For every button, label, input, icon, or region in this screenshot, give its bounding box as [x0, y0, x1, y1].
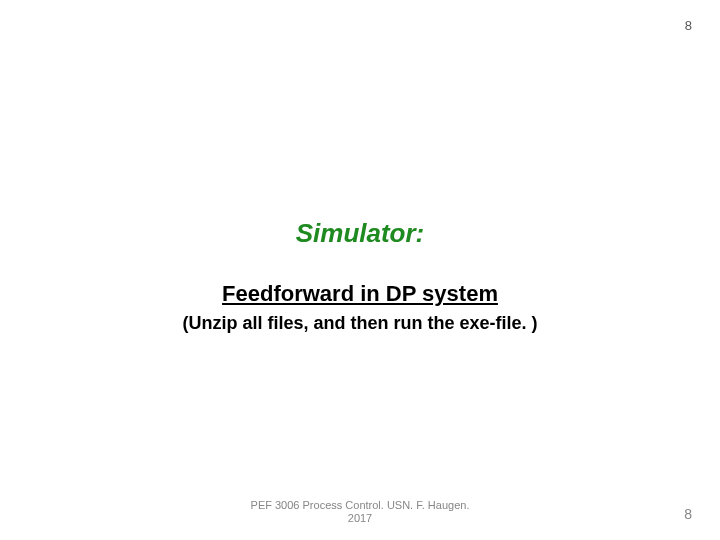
footer-text: PEF 3006 Process Control. USN. F. Haugen…	[251, 499, 470, 527]
simulator-link[interactable]: Feedforward in DP system	[222, 281, 498, 307]
slide-heading: Simulator:	[0, 218, 720, 249]
page-number-bottom: 8	[684, 506, 692, 522]
footer-line-2: 2017	[348, 512, 372, 524]
slide-content: Simulator: Feedforward in DP system (Unz…	[0, 218, 720, 334]
instruction-text: (Unzip all files, and then run the exe-f…	[0, 313, 720, 334]
footer-line-1: PEF 3006 Process Control. USN. F. Haugen…	[251, 499, 470, 511]
page-number-top: 8	[685, 18, 692, 33]
